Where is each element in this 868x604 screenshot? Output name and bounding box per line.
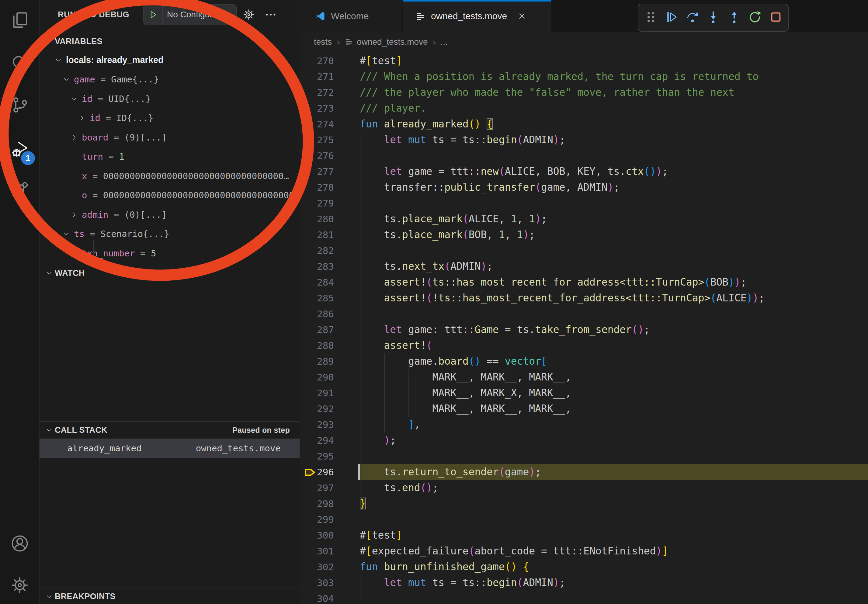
code-line-276[interactable]: 276 [300,148,868,164]
variable-row[interactable]: txn_number = 5 [40,244,299,263]
variable-row[interactable]: turn = 1 [40,147,299,167]
chevron-down-icon[interactable] [62,76,74,83]
code-line-277[interactable]: 277 let game = ttt::new(ALICE, BOB, KEY,… [300,164,868,180]
line-number[interactable]: 270 [313,53,334,69]
code-line-278[interactable]: 278 transfer::public_transfer(game, ADMI… [300,180,868,195]
code-line-293[interactable]: 293 ], [300,417,868,432]
activity-bar-item-account[interactable] [0,526,39,562]
variable-row[interactable]: ts = Scenario{...} [40,225,299,244]
continue-button[interactable] [663,9,680,26]
activity-bar-item-search[interactable] [0,45,39,82]
code-line-286[interactable]: 286 [300,306,868,322]
line-number[interactable]: 285 [313,290,334,306]
code-line-281[interactable]: 281 ts.place_mark(BOB, 1, 1); [300,227,868,243]
variable-row[interactable]: o = 000000000000000000000000000000000000… [40,186,299,205]
callstack-section-header[interactable]: CALL STACK Paused on step [40,422,299,438]
code-line-291[interactable]: 291 MARK__, MARK_X, MARK__, [300,385,868,401]
breadcrumb-item[interactable]: ... [441,37,448,47]
variable-row[interactable]: board = (9)[...] [40,128,299,147]
line-number[interactable]: 292 [313,401,334,417]
line-number[interactable]: 273 [313,101,334,116]
code-line-272[interactable]: 272/// the player who made the "false" m… [300,85,868,101]
variable-row[interactable]: id = UID{...} [40,89,299,108]
code-line-297[interactable]: 297 ts.end(); [300,480,868,496]
play-icon[interactable] [144,5,163,25]
code-line-292[interactable]: 292 MARK__, MARK__, MARK__, [300,401,868,417]
variable-row[interactable]: x = 0000000000000000000000000000000000… [40,166,299,186]
variable-row[interactable]: id = ID{...} [40,108,299,128]
line-number[interactable]: 274 [313,116,334,132]
chevron-right-icon[interactable] [78,114,90,122]
activity-bar-item-run-and-debug[interactable]: 1 [0,132,39,168]
code-line-295[interactable]: 295 [300,448,868,464]
code-line-287[interactable]: 287 let game: ttt::Game = ts.take_from_s… [300,322,868,338]
line-number[interactable]: 280 [313,211,334,227]
breakpoints-section-header[interactable]: BREAKPOINTS [40,589,299,604]
chevron-down-icon[interactable] [70,95,82,103]
line-number[interactable]: 295 [313,448,334,464]
step-into-button[interactable] [705,9,722,26]
line-number[interactable]: 294 [313,432,334,448]
code-line-271[interactable]: 271/// When a position is already marked… [300,69,868,85]
code-line-304[interactable]: 304 [300,591,868,604]
line-number[interactable]: 282 [313,243,334,259]
tab-welcome[interactable]: Welcome [300,0,402,32]
code-line-283[interactable]: 283 ts.next_tx(ADMIN); [300,259,868,274]
code-line-285[interactable]: 285 assert!(!ts::has_most_recent_for_add… [300,290,868,306]
chevron-right-icon[interactable] [70,211,82,219]
line-number[interactable]: 279 [313,195,334,211]
code-line-296[interactable]: 296 ts.return_to_sender(game); [300,464,868,480]
line-number[interactable]: 300 [313,527,334,543]
code-line-279[interactable]: 279 [300,195,868,211]
line-number[interactable]: 301 [313,543,334,559]
code-line-284[interactable]: 284 assert!(ts::has_most_recent_for_addr… [300,274,868,290]
line-number[interactable]: 291 [313,385,334,401]
code-line-290[interactable]: 290 MARK__, MARK__, MARK__, [300,369,868,385]
variable-row[interactable]: game = Game{...} [40,70,299,90]
line-number[interactable]: 298 [313,496,334,511]
code-editor[interactable]: 270#[test]271/// When a position is alre… [300,53,868,604]
line-number[interactable]: 288 [313,338,334,353]
line-number[interactable]: 293 [313,417,334,432]
line-number[interactable]: 304 [313,591,334,604]
code-line-275[interactable]: 275 let mut ts = ts::begin(ADMIN); [300,132,868,148]
close-icon[interactable] [517,12,527,21]
line-number[interactable]: 284 [313,274,334,290]
code-line-302[interactable]: 302fun burn_unfinished_game() { [300,559,868,575]
line-number[interactable]: 281 [313,227,334,243]
variables-scope-row[interactable]: locals: already_marked [40,51,299,70]
activity-bar-item-extensions[interactable] [0,174,39,211]
line-number[interactable]: 299 [313,511,334,527]
line-number[interactable]: 272 [313,85,334,101]
line-number[interactable]: 283 [313,259,334,274]
code-line-274[interactable]: 274fun already_marked() { [300,116,868,132]
code-line-288[interactable]: 288 assert!( [300,338,868,353]
line-number[interactable]: 296 [313,464,334,480]
watch-section-header[interactable]: WATCH [40,264,299,282]
variables-section-header[interactable]: VARIABLES [40,32,299,51]
debug-settings-button[interactable] [240,6,257,23]
code-line-282[interactable]: 282 [300,243,868,259]
step-out-button[interactable] [726,9,743,26]
line-number[interactable]: 271 [313,69,334,85]
restart-button[interactable] [746,9,763,26]
line-number[interactable]: 277 [313,164,334,180]
line-number[interactable]: 287 [313,322,334,338]
code-line-300[interactable]: 300#[test] [300,527,868,543]
line-number[interactable]: 297 [313,480,334,496]
tab-owned-tests-move[interactable]: owned_tests.move [403,0,552,32]
line-number[interactable]: 276 [313,148,334,164]
callstack-frame-row[interactable]: already_markedowned_tests.move [40,438,299,458]
code-line-273[interactable]: 273/// player. [300,101,868,116]
line-number[interactable]: 289 [313,353,334,369]
code-line-303[interactable]: 303 let mut ts = ts::begin(ADMIN); [300,575,868,591]
line-number[interactable]: 290 [313,369,334,385]
step-over-button[interactable] [684,9,701,26]
code-line-270[interactable]: 270#[test] [300,53,868,69]
views-more-actions-button[interactable] [262,6,279,23]
chevron-right-icon[interactable] [70,133,82,141]
line-number[interactable]: 302 [313,559,334,575]
activity-bar-item-source-control[interactable] [0,87,39,124]
line-number[interactable]: 275 [313,132,334,148]
line-number[interactable]: 278 [313,180,334,195]
